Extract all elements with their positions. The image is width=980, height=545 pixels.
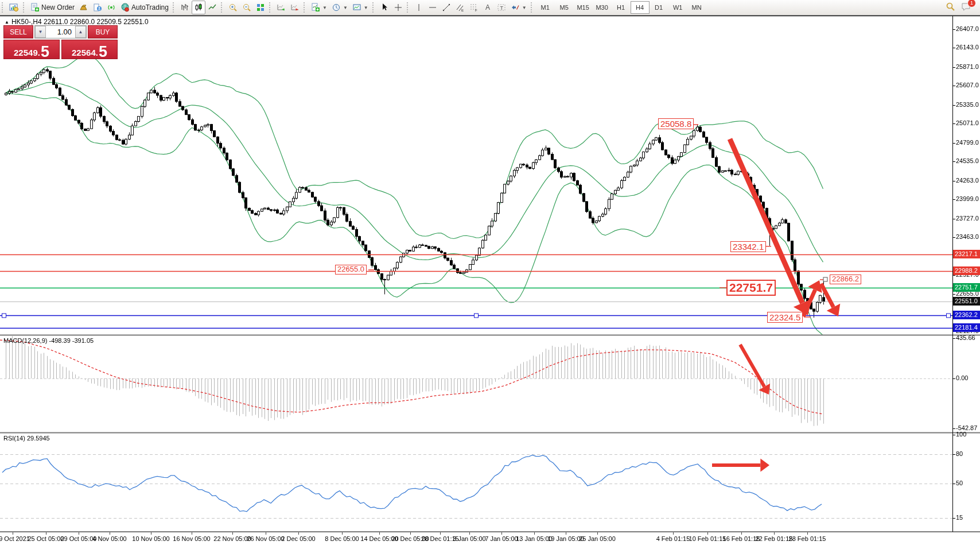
rsi-indicator-label: RSI(14) 29.5945: [3, 435, 50, 442]
timeframe-w1-button[interactable]: W1: [668, 1, 687, 14]
timeframe-m30-button[interactable]: M30: [593, 1, 612, 14]
autotrading-button[interactable]: AutoTrading: [118, 1, 171, 14]
price-annotation[interactable]: 25058.8: [658, 118, 694, 129]
text-icon: A: [483, 3, 492, 12]
time-axis-label: 22 Nov 05:00: [213, 535, 251, 542]
macd-axis-tick-label: 435.66: [956, 334, 975, 341]
auto-scroll-button[interactable]: [274, 1, 288, 14]
time-axis-label: 2 Dec 05:00: [281, 535, 315, 542]
bar-chart-button[interactable]: [178, 1, 192, 14]
chart-window-button[interactable]: [7, 1, 21, 14]
fibonacci-icon: F: [469, 3, 479, 12]
rsi-axis-tick-label: 50: [956, 480, 963, 486]
trendline-button[interactable]: [440, 1, 453, 14]
price-annotation[interactable]: 22324.5: [767, 312, 803, 323]
price-axis-tick-label: 24263.0: [956, 177, 979, 184]
buy-price: 22564.: [72, 47, 98, 59]
search-icon: [946, 2, 955, 14]
notifications-button[interactable]: 1: [961, 2, 972, 14]
rsi-axis-tick-label: 100: [956, 431, 966, 438]
chevron-down-icon[interactable]: ▼: [343, 5, 348, 10]
volume-decrease-button[interactable]: ▼: [35, 26, 46, 38]
signals-icon: [107, 3, 116, 12]
arrows-button[interactable]: ▼: [508, 1, 529, 14]
svg-text:F: F: [475, 9, 477, 12]
tile-windows-button[interactable]: [254, 1, 267, 14]
horizontal-line-button[interactable]: [426, 1, 440, 14]
timeframe-mn-button[interactable]: MN: [687, 1, 706, 14]
text-label-icon: T: [497, 3, 506, 12]
notification-badge: 1: [967, 0, 976, 7]
svg-text:T: T: [500, 5, 503, 11]
timeframe-d1-button[interactable]: D1: [650, 1, 668, 14]
collapse-icon[interactable]: ▲: [5, 20, 9, 25]
price-axis-tick-label: 25071.0: [956, 119, 979, 126]
price-axis-tick-label: 24535.0: [956, 157, 979, 164]
buy-button[interactable]: BUY: [88, 25, 118, 38]
time-axis-label: 16 Nov 05:00: [173, 535, 210, 542]
chart-window-icon: [9, 3, 19, 12]
chevron-down-icon[interactable]: ▼: [522, 5, 527, 10]
volume-increase-button[interactable]: ▲: [75, 26, 86, 38]
zoom-out-button[interactable]: [240, 1, 254, 14]
axis-price-badge: 22988.2: [953, 266, 980, 275]
periods-button[interactable]: ▼: [329, 1, 350, 14]
line-chart-button[interactable]: [205, 1, 219, 14]
volume-input[interactable]: [46, 26, 75, 38]
toolbar-group-grip: [173, 2, 176, 13]
timeframe-m1-button[interactable]: M1: [536, 1, 555, 14]
time-axis-label: 29 Oct 05:00: [61, 535, 97, 542]
sell-price-fraction: 5: [41, 45, 49, 58]
price-annotation[interactable]: 22655.0: [335, 265, 367, 275]
chevron-down-icon[interactable]: ▼: [364, 5, 368, 10]
buy-price-button[interactable]: 22564.5: [61, 40, 118, 59]
indicators-list-icon: [311, 3, 320, 12]
zoom-in-button[interactable]: [226, 1, 240, 14]
price-annotation[interactable]: 23342.1: [730, 241, 766, 252]
sell-button[interactable]: SELL: [3, 25, 33, 38]
search-button[interactable]: [946, 2, 955, 14]
templates-button[interactable]: ▼: [350, 1, 371, 14]
new-order-button[interactable]: New Order: [28, 1, 77, 14]
time-axis-label: 4 Nov 05:00: [92, 535, 126, 542]
price-annotation[interactable]: 22751.7: [726, 280, 776, 296]
rsi-axis-tick-label: 80: [956, 450, 963, 457]
signals-button[interactable]: [104, 1, 118, 14]
toolbar-group-grip: [531, 2, 534, 13]
candlestick-chart-button[interactable]: [192, 1, 205, 14]
timeframe-h1-button[interactable]: H1: [612, 1, 631, 14]
buy-price-fraction: 5: [99, 45, 107, 58]
expert-advisor-button[interactable]: [91, 1, 104, 14]
text-button[interactable]: A: [481, 1, 495, 14]
fibonacci-button[interactable]: F: [467, 1, 481, 14]
timeframe-h4-button[interactable]: H4: [631, 1, 650, 14]
text-label-button[interactable]: T: [495, 1, 508, 14]
price-axis-tick-label: 26407.0: [956, 25, 979, 32]
vertical-line-button[interactable]: [412, 1, 426, 14]
mt4-window: New OrderAutoTrading▼▼▼EFAT▼M1M5M15M30H1…: [0, 0, 980, 545]
time-axis-label: 8 Dec 05:00: [325, 535, 359, 542]
bullion-button[interactable]: [77, 1, 91, 14]
time-axis-label: 3 Jan 05:00: [453, 535, 486, 542]
macd-indicator-label: MACD(12,26,9) -498.39 -391.05: [3, 337, 94, 344]
timeframe-m15-button[interactable]: M15: [574, 1, 593, 14]
rsi-axis-tick-label: 15: [956, 514, 963, 521]
equidistant-channel-button[interactable]: E: [453, 1, 467, 14]
chevron-down-icon[interactable]: ▼: [322, 5, 327, 10]
cursor-button[interactable]: [378, 1, 391, 14]
timeframe-m5-button[interactable]: M5: [555, 1, 574, 14]
new-order-icon: [30, 3, 40, 12]
time-axis-label: 22 Feb 01:15: [756, 535, 793, 542]
candlestick-chart-icon: [194, 3, 203, 12]
chart-canvas[interactable]: [0, 0, 980, 545]
indicators-list-button[interactable]: ▼: [309, 1, 329, 14]
toolbar-group-grip: [304, 2, 306, 13]
chart-shift-button[interactable]: [288, 1, 302, 14]
price-annotation[interactable]: 22866.2: [830, 275, 861, 284]
crosshair-button[interactable]: [391, 1, 405, 14]
sell-price-button[interactable]: 22549.5: [3, 40, 60, 59]
price-axis-tick-label: 25607.0: [956, 82, 979, 88]
svg-text:E: E: [461, 9, 464, 12]
chevron-up-icon: ▲: [79, 29, 83, 34]
cursor-icon: [380, 3, 389, 12]
